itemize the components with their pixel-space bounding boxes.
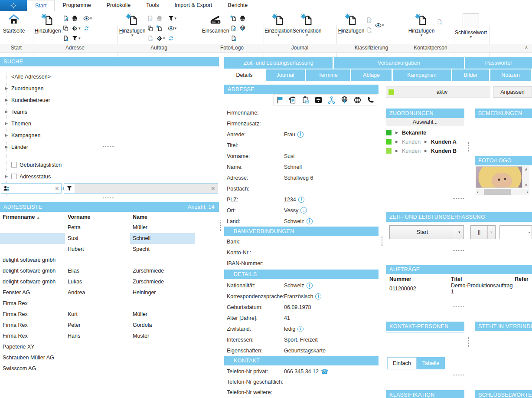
serienaktion-button[interactable]: Serienaktion ▾ (293, 12, 322, 43)
auftrag-duplicate-button[interactable] (155, 23, 166, 33)
kontaktperson-hinzufuegen-button[interactable]: Hinzufügen ▾ (408, 12, 435, 43)
splitter-handle[interactable] (103, 197, 114, 198)
checkbox[interactable] (11, 162, 17, 168)
menu-tab-protokolle[interactable]: Protokolle (99, 0, 139, 11)
adresse-value[interactable]: Schallweg 6 (284, 175, 313, 181)
adresse-hinzufuegen-button[interactable]: Hinzufügen (34, 12, 62, 43)
zuordnung-item-kunden-b[interactable]: ▶Kunden▶Kunden B (386, 146, 464, 155)
scroll-up-icon[interactable]: ∧ (525, 167, 528, 171)
map-button[interactable] (338, 94, 351, 105)
expand-icon[interactable]: ▶ (395, 149, 399, 153)
telefon-privat-value[interactable]: 066 345 34 12☎ (284, 368, 328, 375)
menu-tab-start[interactable]: Start (27, 0, 55, 11)
clear-icon[interactable]: ✕ (211, 185, 218, 192)
korrespondenzsprache-value[interactable]: Französischi (284, 293, 321, 299)
tab-journal[interactable]: Journal (266, 69, 305, 81)
schluesselwort-button[interactable]: Schlüsselwort ▾ (455, 12, 487, 43)
table-row[interactable]: Swisscom AG (0, 363, 219, 374)
auftrag-row[interactable]: 011200002 Demo-Produktionsauftrag 1 (386, 284, 532, 293)
menu-tab-programme[interactable]: Programme (55, 0, 98, 11)
splitter-handle[interactable] (453, 198, 464, 199)
ort-value[interactable]: Vessy↓ (284, 207, 307, 214)
name-value[interactable]: Schnell (284, 164, 302, 170)
tree-item-adressstatus[interactable]: ▶Adressstatus (4, 171, 219, 182)
auftrag-refresh-button[interactable] (167, 33, 178, 43)
adresse-refresh-button[interactable] (82, 23, 93, 33)
expand-icon[interactable]: ▶ (424, 140, 428, 144)
column-header-vorname[interactable]: Vorname (65, 214, 130, 220)
column-header-titel[interactable]: Titel (451, 276, 515, 282)
expand-icon[interactable]: ▶ (4, 145, 9, 149)
expand-icon[interactable]: ▶ (424, 149, 428, 153)
scroll-right-icon[interactable]: › (526, 189, 529, 194)
expand-icon[interactable]: ▶ (4, 98, 9, 102)
tree-item-alle-adressen[interactable]: <Alle Adressen> (4, 71, 219, 82)
foto-edit-button[interactable] (229, 23, 238, 33)
splitter-handle[interactable] (453, 250, 464, 251)
table-row[interactable]: Fenster AGAndreaHeininger (0, 287, 219, 298)
splitter-handle[interactable] (103, 146, 114, 147)
foto-delete-button[interactable] (229, 33, 238, 43)
startseite-button[interactable]: Startseite (0, 12, 28, 43)
anpassen-button[interactable]: Anpassen (493, 86, 532, 98)
tree-item-themen[interactable]: ▶Themen (4, 118, 219, 129)
eigenschaften-value[interactable]: Geburtstagskarte (284, 348, 326, 354)
table-row[interactable]: PetraMüller (0, 222, 219, 233)
tab-bilder[interactable]: Bilder (452, 69, 489, 81)
photo-horizontal-scrollbar[interactable]: ‹ › (476, 189, 529, 195)
zuordnung-item-bekannte[interactable]: ▶Bekannte (386, 128, 464, 137)
tree-item-geburtstagslisten[interactable]: Geburtstagslisten (4, 159, 219, 171)
tab-zeit-leistungserfassung[interactable]: Zeit- und Leistungserfassung (224, 57, 333, 69)
anrede-value[interactable]: Fraui (284, 132, 304, 138)
info-icon[interactable]: i (297, 132, 304, 138)
call-button[interactable] (364, 94, 377, 105)
tab-termine[interactable]: Termine (306, 69, 350, 81)
flag-button[interactable] (273, 94, 286, 105)
table-row[interactable]: Papeterie XY (0, 342, 219, 352)
column-header-nummer[interactable]: Nummer (386, 276, 451, 282)
tree-item-kampagnen[interactable]: ▶Kampagnen (4, 129, 219, 141)
auftrag-filter-button[interactable]: ▾ (167, 13, 178, 23)
tab-ablage[interactable]: Ablage (351, 69, 392, 81)
down-arrow-icon[interactable]: ↓ (300, 207, 307, 214)
nationalitaet-value[interactable]: Schweizi (284, 283, 313, 289)
photo-vertical-scrollbar[interactable]: ∧ ∨ (523, 166, 529, 188)
share-button[interactable] (325, 94, 338, 105)
expand-icon[interactable]: ▶ (395, 131, 399, 135)
foto-web-button[interactable] (238, 23, 247, 33)
web-button[interactable] (351, 94, 364, 105)
dropdown-icon[interactable]: ▾ (455, 226, 463, 239)
column-header-firmenname[interactable]: Firmenname▲ (0, 214, 65, 220)
auftrag-view-button[interactable]: ▾ (167, 23, 178, 33)
info-icon[interactable]: i (307, 218, 313, 224)
land-value[interactable]: Schweizi (284, 218, 313, 224)
zivilstand-value[interactable]: ledigi (284, 326, 304, 332)
adresse-edit-button[interactable] (62, 13, 70, 23)
table-row[interactable]: Firma RexPeterGordola (0, 320, 219, 331)
info-icon[interactable]: i (307, 283, 313, 289)
tree-item-zuordnungen[interactable]: ▶Zuordnungen (4, 82, 219, 94)
auftrag-settings-button[interactable]: ▾ (155, 33, 166, 43)
expand-icon[interactable]: ▶ (4, 174, 9, 178)
einscannen-button[interactable]: Einscannen (202, 12, 229, 43)
expand-icon[interactable]: ▶ (4, 133, 9, 137)
auswahl-button[interactable]: Auswahl... (386, 118, 464, 126)
adresse-delete-button[interactable] (62, 33, 70, 43)
table-row[interactable]: HubertSpecht (0, 244, 219, 255)
clear-icon[interactable]: ✕ (55, 185, 59, 192)
menu-tab-import-export[interactable]: Import & Export (166, 0, 220, 11)
info-icon[interactable]: i (298, 197, 304, 203)
table-row-selected[interactable]: SusiSchnell (0, 233, 219, 244)
expand-icon[interactable]: ▶ (4, 110, 9, 114)
tree-item-teams[interactable]: ▶Teams (4, 106, 219, 118)
tree-item-kundenbetreuer[interactable]: ▶Kundenbetreuer (4, 94, 219, 106)
klassifizierung-hinzufuegen-button[interactable]: Hinzufügen (337, 12, 365, 43)
menu-tab-berichte[interactable]: Berichte (220, 0, 255, 11)
expand-icon[interactable]: ▶ (4, 122, 9, 125)
table-row[interactable]: delight software gmbhLukasZurschmiede (0, 276, 219, 287)
app-logo-button[interactable] (0, 0, 27, 11)
view-tab-tabelle[interactable]: Tabelle (417, 357, 445, 369)
table-row[interactable]: delight software gmbh (0, 255, 219, 266)
table-row[interactable]: Firma Rex (0, 298, 219, 309)
splitter-handle[interactable] (453, 375, 464, 375)
